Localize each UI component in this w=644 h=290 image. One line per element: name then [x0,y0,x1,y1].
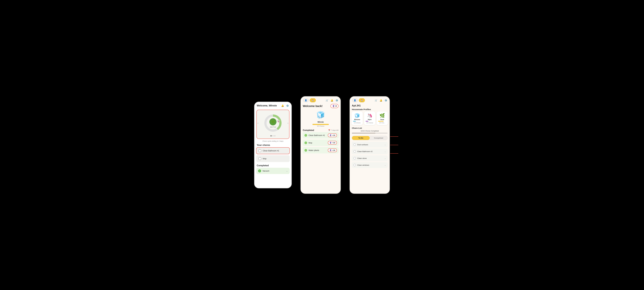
carousel-prev-button[interactable]: ‹ [258,122,258,124]
completed-left: ✓ Vacuum [258,170,269,172]
donut-container: 🌿 👻 Edit Troll [264,114,282,132]
chore-circle-dust [354,143,356,146]
nav-tab-person[interactable]: 👤 [303,98,309,102]
completed-label: Vacuum [262,170,269,172]
completed-row-left-3: Water plants [304,149,319,152]
chore-circle-stove [354,157,356,160]
completed-row-label-1: Clean Bathroom #1 [308,134,325,136]
housemate-progress-heidi [378,121,384,122]
chore-circle-bathroom2 [354,150,356,153]
completed-row-mop: Mop 🔮 +10 [302,140,339,146]
completed-header: Completed 📅 7 days left [300,128,341,132]
dot-3 [274,135,276,136]
nav-tab-home[interactable]: 🏠 [310,98,316,102]
cart-icon[interactable]: 🛒 [326,99,329,102]
carousel-section: ‹ 🌿 👻 Edit Troll › [256,110,290,139]
arrow-line-3 [390,153,398,154]
bell-icon-p2[interactable]: 🔔 [330,99,334,102]
green-dot-2 [304,142,307,144]
dot-2 [272,135,274,136]
gear-icon[interactable]: ⚙️ [286,104,289,107]
chore-list-title: Chore List [350,126,390,130]
chore-list-item-dust[interactable]: Dust surfaces ⌄ [352,142,388,148]
points-badge-3: 🔮 +10 [328,148,337,152]
completed-row-label-3: Water plants [308,149,319,152]
chore-list-label-bathroom2: Clean Bathroom #2 [357,150,372,152]
chore-item-bathroom[interactable]: Clean Bathroom #1 [256,147,290,154]
completed-item-vacuum: ✓ Vacuum ⌄ [256,168,290,174]
completed-title: Completed [254,163,292,168]
chevron-icon-bathroom2: ⌄ [384,150,386,152]
chore-list-left-bathroom2: Clean Bathroom #2 [354,150,372,153]
housemate-avatar-heidi: 🌿 [380,113,385,118]
chore-list-label-windows: Clean windows [357,164,369,166]
housemate-name-rheiana: Rheiana [354,119,360,120]
days-left: 📅 7 days left [328,129,338,131]
calendar-icon: 📅 [328,129,330,131]
chore-list-item-stove[interactable]: Clean stove ⌄ [352,155,388,161]
points-icon-2: 🔮 [330,142,332,144]
chevron-icon-dust: ⌄ [384,144,386,146]
housemate-card-rijon[interactable]: 🦄 Rijon 1/3 Chores [364,112,375,125]
phone2-right-icons: 🛒 🔔 ⚙️ [326,99,338,102]
completed-tab[interactable]: Completed [370,136,388,140]
housemate-chores-rijon: 1/3 Chores [366,122,373,124]
phone-3: 👤 🏠 🛒 🔔 ⚙️ Apt.341 Housemate Profiles 🧊 … [349,96,390,194]
housemate-avatar-rheiana: 🧊 [354,113,360,118]
home-icon-p3: 🏠 [361,99,363,102]
gear-icon-p3[interactable]: ⚙️ [384,99,388,102]
chore-list-item-bathroom2[interactable]: Clean Bathroom #2 ⌄ [352,148,388,154]
chore-circle-1 [258,149,261,152]
phone3-right-icons: 🛒 🔔 ⚙️ [374,99,388,102]
completed-row-bathroom: Clean Bathroom #1 🔮 +10 [302,132,339,138]
green-dot-3 [304,149,307,152]
housemate-card-heidi[interactable]: 🌿 Heidi 2/3 Cho... [377,112,388,125]
green-dot-1 [304,134,307,137]
chevron-icon-stove: ⌄ [384,157,386,159]
housemate-progress-rheiana [353,121,356,122]
character-progress-fill [312,124,329,125]
housemates-title: Housemate Profiles [350,108,390,112]
completed-list-p2: Clean Bathroom #1 🔮 +10 Mop 🔮 +10 [300,132,341,154]
carousel-next-button[interactable]: › [288,122,288,124]
home-icon: 🏠 [312,99,314,102]
completed-row-plants: Water plants 🔮 +10 [302,147,339,154]
cart-icon-p3[interactable]: 🛒 [374,99,378,102]
chore-label-1: Clean Bathroom #1 [263,150,279,152]
phone1-header: Welcome, Winnie 🔔 ⚙️ [254,102,292,108]
nav-tab-person-p3[interactable]: 👤 [352,98,358,102]
chevron-down-icon[interactable]: ⌄ [286,170,288,172]
bell-icon[interactable]: 🔔 [281,104,284,107]
toggle-tabs: To-Do Completed [352,136,388,140]
apt-title: Apt.341 [350,103,390,108]
carousel-dots [259,135,287,136]
chore-circle-windows [354,164,356,166]
nav-tab-home-p3[interactable]: 🏠 [359,98,365,102]
gear-icon-p2[interactable]: ⚙️ [335,99,338,102]
carousel-inner: ‹ 🌿 👻 Edit Troll › [259,112,287,134]
coin-badge: 🔮 0 [330,104,338,108]
arrow-line-1 [390,136,398,137]
points-value-3: +10 [332,149,335,151]
character-avatar: 🧊 [315,110,326,120]
welcome-title: Welcome back! [303,104,322,108]
bell-icon-p3[interactable]: 🔔 [379,99,383,102]
todo-tab[interactable]: To-Do [352,136,370,140]
points-value-1: +10 [332,134,335,136]
completed-row-label-2: Mop [308,142,312,144]
chore-list-left-windows: Clean windows [354,164,369,166]
donut-center: 🌿 👻 Edit Troll [270,118,276,128]
character-progress-bar [312,124,329,125]
days-left-text: 7 days left [331,129,338,131]
housemate-progress-wrap-heidi [378,121,386,122]
chore-list-item-windows[interactable]: Clean windows ⌄ [352,162,388,168]
overall-label: 10/15 Chores Completed [352,130,388,132]
housemate-progress-wrap-rijon [366,121,374,122]
chore-list-left-dust: Dust surfaces [354,143,368,146]
chore-item-mop[interactable]: Mop [256,155,290,162]
troll-avatar: 🌿 👻 [270,118,276,126]
housemate-card-rheiana[interactable]: 🧊 Rheiana 1/3 Chores [352,112,363,125]
completed-row-left-2: Mop [304,142,312,144]
character-chores-count: 3/3 Chores [317,125,324,127]
phone-2: 👤 🏠 🛒 🔔 ⚙️ Welcome back! 🔮 0 🧊 W [300,96,341,194]
